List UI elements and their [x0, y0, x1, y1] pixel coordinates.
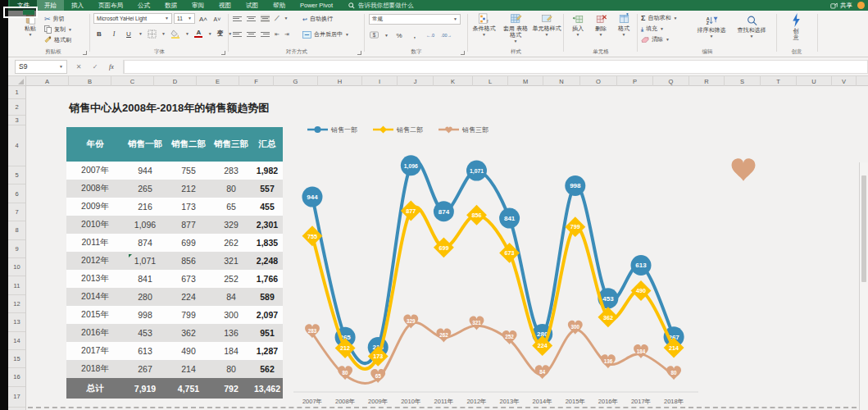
sales-chart[interactable]: 2007年2008年2009年2010年2011年2012年2013年2014年…	[283, 115, 868, 410]
data-point-marker[interactable]: 874	[434, 201, 454, 221]
column-header-H[interactable]: H	[318, 76, 362, 86]
table-cell[interactable]: 2007年	[66, 162, 124, 180]
table-cell[interactable]: 2,097	[252, 306, 283, 324]
data-point-marker[interactable]: 136	[601, 354, 616, 368]
column-header-E[interactable]: E	[197, 76, 239, 86]
column-header-F[interactable]: F	[239, 76, 274, 86]
column-header-D[interactable]: D	[154, 76, 197, 86]
font-dialog-launcher[interactable]	[221, 51, 225, 55]
row-header-11[interactable]: 11	[8, 276, 25, 294]
table-row[interactable]: 2008年26521280557	[66, 180, 283, 198]
phonetic-guide-icon[interactable]: 变	[217, 30, 224, 37]
increase-decimal-button[interactable]: ←.0	[425, 30, 435, 40]
column-header-L[interactable]: L	[473, 76, 508, 86]
vertical-scrollbar[interactable]	[859, 162, 868, 410]
legend-item[interactable]: 销售二部	[373, 125, 423, 133]
data-point-marker[interactable]: 321	[470, 317, 484, 330]
table-cell[interactable]: 2011年	[66, 234, 124, 252]
wrap-text-button[interactable]: ↩ 自动换行	[302, 15, 333, 23]
table-cell[interactable]: 998	[124, 306, 166, 324]
row-header-9[interactable]: 9	[8, 240, 25, 258]
increase-font-button[interactable]: A˄	[198, 14, 208, 24]
data-point-marker[interactable]: 998	[565, 175, 585, 196]
share-button[interactable]: 共享	[830, 2, 852, 10]
feedback-smiley-icon[interactable]	[857, 2, 865, 9]
table-row[interactable]: 2016年453362136951	[66, 324, 283, 342]
column-header-A[interactable]: A	[26, 76, 69, 86]
sales-table[interactable]: 年份销售一部销售二部销售三部汇总 2007年9447552831,9822008…	[66, 127, 283, 399]
column-header-Q[interactable]: Q	[653, 76, 689, 86]
table-row[interactable]: 2018年26721480562	[66, 360, 283, 378]
column-header-J[interactable]: J	[398, 76, 434, 86]
align-bottom-icon[interactable]	[261, 15, 270, 22]
data-point-marker[interactable]: 1,071	[466, 161, 487, 181]
cell-styles-button[interactable]: 单元格样式 ▼	[532, 13, 561, 37]
table-cell[interactable]: 1,287	[252, 342, 283, 360]
row-header-13[interactable]: 13	[8, 313, 25, 331]
column-header-S[interactable]: S	[725, 76, 761, 86]
row-header-12[interactable]: 12	[8, 295, 25, 313]
table-row[interactable]: 2012年1,0718563212,248	[66, 252, 283, 270]
clipboard-dialog-launcher[interactable]	[83, 51, 87, 55]
table-row[interactable]: 2011年8746992621,835	[66, 234, 283, 252]
decrease-indent-icon[interactable]: ⇤	[275, 31, 279, 37]
percent-style-button[interactable]: %	[394, 30, 404, 40]
table-cell[interactable]: 1,096	[124, 216, 166, 234]
clear-button[interactable]: 清除▼	[641, 35, 670, 43]
tab-5[interactable]: 数据	[157, 0, 184, 11]
sort-filter-button[interactable]: AZ 排序和筛选 ▼	[693, 15, 729, 39]
table-cell[interactable]: 329	[211, 216, 252, 234]
table-row[interactable]: 2010年1,0968773292,301	[66, 216, 283, 234]
column-header-P[interactable]: P	[617, 76, 653, 86]
table-cell[interactable]: 755	[166, 162, 211, 180]
borders-icon[interactable]	[148, 30, 157, 39]
table-row[interactable]: 2007年9447552831,982	[66, 162, 283, 180]
row-header-3[interactable]: 3	[8, 116, 25, 125]
table-cell[interactable]: 2017年	[66, 342, 124, 360]
table-cell[interactable]: 856	[166, 252, 211, 270]
conditional-formatting-button[interactable]: f 条件格式 ▼	[470, 13, 498, 37]
tab-3[interactable]: 页面布局	[91, 0, 130, 11]
table-cell[interactable]: 267	[124, 360, 166, 378]
tab-9[interactable]: 帮助	[266, 0, 293, 11]
font-name-combo[interactable]: Microsoft YaHei Light▼	[93, 13, 172, 24]
table-cell[interactable]: 557	[252, 180, 283, 198]
legend-item[interactable]: 销售一部	[307, 126, 357, 134]
data-point-marker[interactable]: 80	[666, 366, 681, 380]
increase-indent-icon[interactable]: ⇥	[284, 31, 289, 37]
table-cell[interactable]: 265	[124, 180, 166, 198]
table-cell[interactable]: 562	[252, 360, 283, 378]
sheet-area[interactable]: 1234567891011121314151617 销售中心从2008年-201…	[8, 86, 868, 410]
data-point-marker[interactable]: 252	[502, 330, 517, 344]
align-right-icon[interactable]	[261, 30, 270, 38]
table-cell[interactable]: 1,071	[124, 252, 166, 270]
data-point-marker[interactable]: 841	[499, 208, 520, 229]
data-point-marker[interactable]: 362	[598, 307, 618, 327]
row-header-5[interactable]: 5	[8, 166, 25, 184]
font-size-combo[interactable]: 11▼	[174, 13, 195, 24]
table-cell[interactable]: 2,301	[252, 216, 283, 234]
tab-4[interactable]: 公式	[130, 0, 157, 11]
copy-button[interactable]: 复制▼	[44, 25, 72, 34]
align-center-icon[interactable]	[247, 30, 256, 38]
legend-item[interactable]: 销售三部	[439, 126, 489, 134]
table-row[interactable]: 2009年21617365455	[66, 198, 283, 216]
underline-button[interactable]: U	[124, 29, 134, 39]
number-format-combo[interactable]: 常规▼	[369, 14, 461, 25]
row-header-16[interactable]: 16	[8, 368, 25, 386]
cancel-icon[interactable]: ✕	[74, 61, 84, 71]
ideas-button[interactable]: 创 意	[784, 13, 807, 41]
table-cell[interactable]: 184	[211, 342, 252, 360]
row-header-15[interactable]: 15	[8, 350, 25, 368]
table-cell[interactable]: 1,835	[252, 234, 283, 252]
row-header-7[interactable]: 7	[8, 203, 25, 221]
table-row[interactable]: 2017年6134901841,287	[66, 342, 283, 360]
formula-input[interactable]	[124, 60, 868, 74]
tab-7[interactable]: 视图	[211, 0, 239, 11]
table-cell[interactable]: 321	[211, 252, 252, 270]
table-cell[interactable]: 673	[166, 270, 211, 288]
italic-button[interactable]: I	[109, 29, 119, 39]
table-cell[interactable]: 2016年	[66, 324, 124, 342]
table-cell[interactable]: 2018年	[66, 360, 124, 378]
table-cell[interactable]: 214	[166, 360, 211, 378]
